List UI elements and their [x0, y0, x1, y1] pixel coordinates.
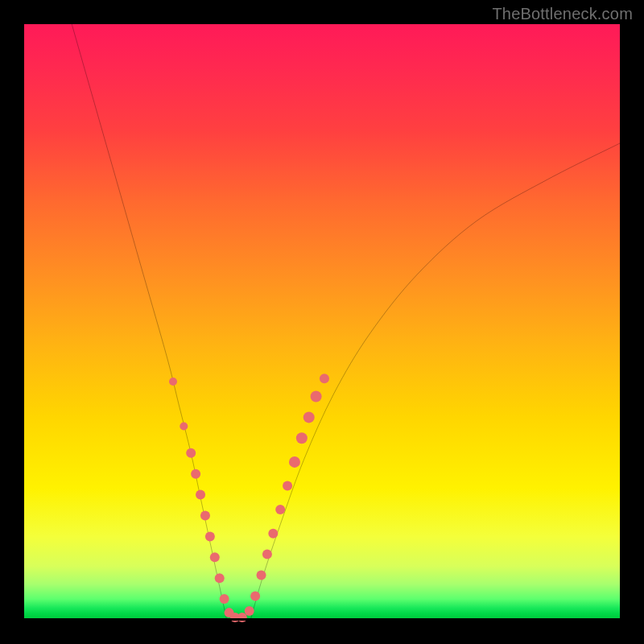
- data-point-marker: [268, 529, 278, 539]
- data-point-marker: [250, 591, 260, 601]
- data-point-marker: [289, 456, 300, 468]
- chart-svg: [24, 24, 620, 620]
- watermark-text: TheBottleneck.com: [492, 5, 633, 23]
- data-point-marker: [215, 573, 225, 583]
- data-point-marker: [200, 510, 210, 520]
- data-point-marker: [220, 594, 229, 604]
- data-point-marker: [262, 550, 272, 559]
- data-point-marker: [186, 448, 196, 458]
- data-point-marker: [257, 570, 266, 580]
- data-point-marker: [275, 505, 285, 514]
- plot-area: [24, 24, 620, 620]
- data-point-marker: [237, 613, 247, 622]
- data-point-marker: [311, 390, 322, 402]
- data-point-marker: [303, 411, 315, 423]
- data-point-marker: [283, 481, 292, 490]
- data-point-marker: [210, 552, 220, 562]
- data-point-marker: [245, 606, 254, 616]
- marker-group: [169, 374, 329, 622]
- data-point-marker: [169, 378, 177, 386]
- data-point-marker: [191, 469, 200, 479]
- bottleneck-curve: [72, 24, 620, 623]
- data-point-marker: [296, 432, 308, 444]
- data-point-marker: [205, 531, 215, 541]
- data-point-marker: [180, 422, 188, 430]
- chart-stage: TheBottleneck.com: [0, 0, 644, 644]
- data-point-marker: [196, 490, 205, 500]
- data-point-marker: [230, 613, 240, 622]
- curve-group: [72, 24, 620, 623]
- data-point-marker: [320, 374, 329, 383]
